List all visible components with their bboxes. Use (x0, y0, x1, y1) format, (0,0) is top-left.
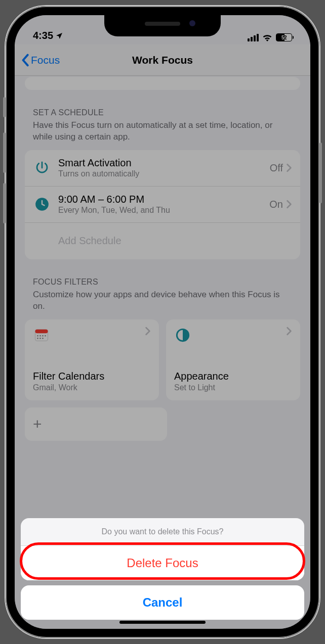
page-title: Work Focus (132, 54, 193, 66)
svg-rect-2 (35, 330, 48, 334)
svg-point-4 (39, 335, 41, 337)
row-subtitle: Every Mon, Tue, Wed, and Thu (58, 206, 269, 215)
row-value: On (269, 199, 283, 210)
svg-point-7 (37, 338, 38, 339)
filters-description: Customize how your apps and device behav… (33, 289, 292, 312)
schedule-description: Have this Focus turn on automatically at… (33, 120, 292, 143)
time-schedule-row[interactable]: 9:00 AM – 6:00 PM Every Mon, Tue, Wed, a… (25, 187, 300, 223)
appearance-icon (174, 327, 191, 344)
battery-icon: 52 (276, 33, 292, 41)
wifi-icon (262, 34, 272, 41)
filter-calendars-card[interactable]: Filter Calendars Gmail, Work (25, 319, 159, 400)
location-icon (55, 32, 63, 40)
action-sheet: Do you want to delete this Focus? Delete… (21, 518, 304, 620)
add-filter-button[interactable]: + (25, 407, 167, 441)
row-subtitle: Turns on automatically (58, 169, 270, 178)
plus-icon: + (33, 416, 42, 433)
back-button[interactable]: Focus (21, 54, 60, 67)
chevron-right-icon (286, 327, 292, 336)
smart-activation-row[interactable]: Smart Activation Turns on automatically … (25, 150, 300, 187)
status-time: 4:35 (33, 30, 53, 41)
row-title: Smart Activation (58, 157, 270, 169)
clock-icon (33, 195, 51, 213)
svg-point-6 (45, 335, 46, 337)
cellular-icon (248, 34, 259, 41)
delete-focus-button[interactable]: Delete Focus (21, 546, 304, 580)
filter-subtitle: Gmail, Work (33, 383, 151, 392)
row-value: Off (270, 162, 283, 174)
nav-bar: Focus Work Focus (15, 44, 310, 76)
schedule-group: Smart Activation Turns on automatically … (25, 150, 300, 259)
sheet-message: Do you want to delete this Focus? (21, 518, 304, 546)
previous-section-card (25, 77, 300, 90)
home-indicator[interactable] (119, 621, 206, 624)
chevron-right-icon (286, 163, 292, 172)
chevron-right-icon (145, 327, 151, 336)
chevron-right-icon (286, 200, 292, 209)
add-schedule-row[interactable]: Add Schedule (25, 223, 300, 259)
cancel-button[interactable]: Cancel (21, 585, 304, 620)
power-icon (33, 159, 51, 177)
add-schedule-label: Add Schedule (33, 235, 121, 247)
filter-subtitle: Set to Light (174, 383, 292, 392)
appearance-card[interactable]: Appearance Set to Light (166, 319, 300, 400)
back-label: Focus (31, 54, 60, 66)
calendar-icon (33, 327, 50, 344)
filters-header: FOCUS FILTERS (33, 278, 292, 287)
filter-title: Filter Calendars (33, 371, 151, 382)
svg-point-8 (39, 338, 41, 339)
schedule-header: SET A SCHEDULE (33, 108, 292, 117)
filter-title: Appearance (174, 371, 292, 382)
svg-point-3 (37, 335, 38, 337)
svg-point-9 (42, 338, 44, 339)
svg-point-5 (42, 335, 44, 337)
row-title: 9:00 AM – 6:00 PM (58, 194, 269, 205)
